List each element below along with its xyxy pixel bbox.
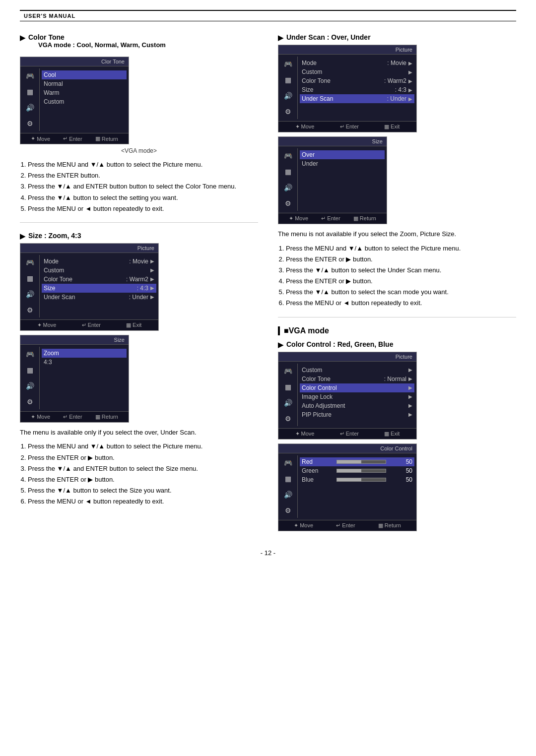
step-2: Press the ENTER button. — [28, 171, 258, 180]
item-mode-label: Mode — [44, 258, 59, 265]
green-bar-value: 50 — [402, 467, 412, 474]
icon-display3: ▦ — [24, 365, 35, 376]
icon-sound7: 🔊 — [282, 489, 293, 500]
color-tone-items: Cool Normal Warm Custom — [40, 68, 129, 131]
item-size[interactable]: Size : 4:3 ▶ — [42, 284, 156, 293]
icon-sound6: 🔊 — [282, 397, 293, 408]
item-auto-adjustment[interactable]: Auto Adjustment ▶ — [302, 401, 412, 410]
size-menu2-items: Zoom 4:3 — [40, 347, 129, 409]
icon-picture5: 🎮 — [282, 150, 293, 161]
item-blue[interactable]: Blue 50 — [302, 475, 412, 484]
item-43[interactable]: 4:3 — [44, 358, 125, 367]
cc-menu2-body: 🎮 ▦ 🔊 ⚙ Red 50 Gre — [278, 453, 416, 520]
item-mode2[interactable]: Mode : Movie ▶ — [302, 59, 412, 67]
green-bar-fill — [337, 469, 361, 472]
size-step-4: Press the ENTER or ▶ button. — [28, 475, 258, 484]
blue-bar-value: 50 — [402, 476, 412, 483]
item-color-tone3[interactable]: Color Tone : Warm2 ▶ — [302, 76, 412, 85]
item-custom4-label: Custom — [302, 367, 322, 374]
move-icon: ✦ — [31, 135, 35, 142]
footer-move4: ✦ Move — [295, 124, 315, 130]
icon-picture7: 🎮 — [282, 457, 293, 468]
step-3: Press the ▼/▲ and ENTER button button to… — [28, 182, 258, 191]
item-mode[interactable]: Mode : Movie ▶ — [44, 257, 154, 266]
green-bar-track — [336, 469, 386, 473]
item-auto-adjustment-label: Auto Adjustment — [302, 402, 345, 409]
item-size2[interactable]: Size : 4:3 ▶ — [302, 85, 412, 94]
item-cool[interactable]: Cool — [42, 70, 127, 79]
item-under-scan[interactable]: Under Scan : Under ▶ — [44, 293, 154, 302]
step-1: Press the MENU and ▼/▲ button to select … — [28, 160, 258, 169]
footer-return: ▦ Return — [95, 135, 118, 142]
item-color-control-label: Color Control — [302, 384, 337, 391]
header-label: USER'S MANUAL — [24, 13, 75, 19]
left-column: ▶ Color Tone VGA mode : Cool, Normal, Wa… — [20, 33, 258, 534]
item-custom3[interactable]: Custom ▶ — [302, 67, 412, 76]
item-color-tone4[interactable]: Color Tone : Normal ▶ — [302, 375, 412, 383]
color-tone-menu-header: Clor Tone — [20, 57, 129, 66]
size-step-2: Press the ENTER or ▶ button. — [28, 453, 258, 462]
icon-settings5: ⚙ — [282, 198, 293, 209]
size-menu2-body: 🎮 ▦ 🔊 ⚙ Zoom 4:3 — [20, 345, 129, 411]
footer-move: ✦ Move — [31, 135, 50, 142]
cc-menu2-header: Color Control — [278, 444, 416, 453]
color-control-menu1: Picture 🎮 ▦ 🔊 ⚙ Custom ▶ Color Tone : No… — [278, 352, 417, 440]
icon-display5: ▦ — [282, 166, 293, 177]
item-under-scan2-value: : Under ▶ — [387, 95, 412, 102]
color-tone-menu-footer: ✦ Move ↵ Enter ▦ Return — [20, 133, 129, 144]
item-size-value: : 4:3 ▶ — [137, 285, 154, 292]
footer-move3: ✦ Move — [31, 414, 50, 420]
page-number: - 12 - — [20, 549, 516, 557]
icon-display7: ▦ — [282, 473, 293, 484]
item-custom2-arrow: ▶ — [150, 267, 154, 273]
color-tone-section-title: ▶ Color Tone VGA mode : Cool, Normal, Wa… — [20, 33, 258, 54]
item-under[interactable]: Under — [302, 159, 383, 168]
item-warm[interactable]: Warm — [44, 88, 125, 97]
item-image-lock-arrow: ▶ — [408, 394, 412, 399]
item-normal[interactable]: Normal — [44, 79, 125, 88]
icon-sound: 🔊 — [24, 102, 35, 113]
under-scan-arrow-icon: ▶ — [278, 34, 283, 42]
item-blue-label: Blue — [302, 476, 320, 483]
under-scan-note: The menu is not available if you select … — [278, 229, 516, 239]
cc-menu2-icons: 🎮 ▦ 🔊 ⚙ — [278, 455, 298, 518]
item-pip-picture[interactable]: PIP Picture ▶ — [302, 410, 412, 419]
item-under-scan-label: Under Scan — [44, 294, 75, 301]
icon-settings: ⚙ — [24, 118, 35, 129]
under-scan-menu1-icons: 🎮 ▦ 🔊 ⚙ — [278, 57, 298, 119]
footer-return3: ▦ Return — [95, 414, 118, 420]
item-size-label: Size — [44, 285, 55, 292]
item-mode2-label: Mode — [302, 60, 317, 66]
item-green[interactable]: Green 50 — [302, 466, 412, 475]
red-bar-value: 50 — [402, 458, 412, 465]
cc-menu1-footer: ✦ Move ↵ Enter ▦ Exit — [278, 428, 416, 439]
cc-menu2-footer: ✦ Move ↵ Enter ▦ Return — [278, 520, 416, 531]
us-step-2: Press the ENTER or ▶ button. — [286, 255, 516, 264]
color-tone-menu-body: 🎮 ▦ 🔊 ⚙ Cool Normal Warm Custom — [20, 66, 129, 133]
item-custom[interactable]: Custom — [44, 97, 125, 106]
return-icon: ▦ — [95, 135, 100, 142]
us-step-4: Press the ENTER or ▶ button. — [286, 277, 516, 286]
footer-exit2: ▦ Exit — [126, 322, 141, 328]
item-red[interactable]: Red 50 — [300, 457, 414, 466]
item-color-control-arrow: ▶ — [408, 385, 412, 390]
item-custom4[interactable]: Custom ▶ — [302, 366, 412, 375]
item-under-scan2[interactable]: Under Scan : Under ▶ — [300, 94, 414, 103]
footer-move7: ✦ Move — [294, 522, 313, 529]
step-4: Press the ▼/▲ button to select the setti… — [28, 193, 258, 202]
item-custom3-arrow: ▶ — [408, 69, 412, 75]
icon-picture4: 🎮 — [282, 59, 293, 69]
item-color-tone3-label: Color Tone — [302, 77, 331, 84]
color-control-menu2: Color Control 🎮 ▦ 🔊 ⚙ Red 50 — [278, 443, 417, 531]
item-custom2[interactable]: Custom ▶ — [44, 266, 154, 275]
item-color-control[interactable]: Color Control ▶ — [300, 383, 414, 392]
item-color-tone2[interactable]: Color Tone : Warm2 ▶ — [44, 275, 154, 284]
icon-display2: ▦ — [24, 273, 35, 284]
under-scan-menu1: Picture 🎮 ▦ 🔊 ⚙ Mode : Movie ▶ Custom ▶ — [278, 45, 417, 132]
item-image-lock[interactable]: Image Lock ▶ — [302, 392, 412, 401]
item-over[interactable]: Over — [300, 150, 385, 159]
size-menu1-items: Mode : Movie ▶ Custom ▶ Color Tone : War… — [40, 255, 158, 317]
icon-settings6: ⚙ — [282, 413, 293, 424]
item-zoom[interactable]: Zoom — [42, 349, 127, 358]
color-tone-menu-icons: 🎮 ▦ 🔊 ⚙ — [20, 68, 40, 131]
